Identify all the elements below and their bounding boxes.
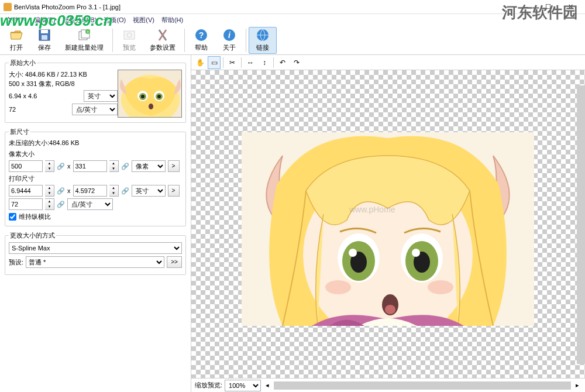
- uncompressed-size: 未压缩的大小:484.86 KB: [9, 139, 182, 147]
- toolbar-separator: [112, 29, 113, 52]
- resolution-unit-select[interactable]: 点/英寸: [67, 198, 113, 210]
- vertical-scrollbar[interactable]: [577, 85, 585, 364]
- svg-point-18: [141, 95, 144, 98]
- flip-v-button[interactable]: ↕: [258, 56, 271, 69]
- watermark-url: www.pc0359.cn: [0, 12, 113, 30]
- svg-point-22: [149, 104, 153, 109]
- new-batch-button[interactable]: + 新建批量处理: [58, 27, 110, 54]
- svg-point-36: [385, 305, 395, 314]
- preset-select[interactable]: 普通 *: [26, 256, 164, 268]
- save-label: 保存: [38, 43, 51, 52]
- svg-point-21: [157, 95, 161, 98]
- about-button[interactable]: i 关于: [215, 27, 243, 54]
- orig-res-unit-select[interactable]: 点/英寸: [72, 104, 118, 115]
- preview-label: 预览: [123, 43, 136, 52]
- resize-method-select[interactable]: S-Spline Max: [9, 242, 182, 254]
- canvas-toolbar-separator: [273, 57, 274, 68]
- keep-aspect-checkbox[interactable]: [9, 213, 16, 221]
- print-width-input[interactable]: [9, 185, 43, 197]
- print-height-input[interactable]: [73, 185, 107, 197]
- flip-h-button[interactable]: ↔: [244, 56, 257, 69]
- rotate-left-icon: ↶: [280, 59, 285, 67]
- content-area: ✋ ▭ ✂ ↔ ↕ ↶ ↷: [191, 55, 585, 392]
- orig-phys-unit-select[interactable]: 英寸: [84, 90, 118, 102]
- preview-button[interactable]: 预览: [115, 27, 143, 54]
- pixel-width-input[interactable]: [9, 160, 43, 172]
- open-button[interactable]: 打开: [2, 27, 30, 54]
- print-unit-select[interactable]: 英寸: [132, 185, 166, 197]
- preview-icon: [122, 28, 136, 42]
- tools-icon: [156, 28, 170, 42]
- app-icon: [4, 3, 12, 11]
- svg-rect-2: [42, 35, 47, 40]
- info-icon: i: [222, 28, 236, 42]
- toolbar-separator: [184, 29, 185, 52]
- zoom-right-arrow[interactable]: ▸: [573, 381, 581, 389]
- menu-view[interactable]: 视图(V): [129, 15, 158, 26]
- pixel-unit-select[interactable]: 像素: [132, 160, 166, 172]
- link-button[interactable]: 链接: [249, 27, 277, 54]
- pixel-size-label: 像素大小: [9, 150, 182, 159]
- link-aspect-icon[interactable]: 🔗: [57, 160, 65, 172]
- menu-help[interactable]: 帮助(H): [158, 15, 187, 26]
- pixel-go-button[interactable]: >: [168, 160, 180, 172]
- new-batch-label: 新建批量处理: [65, 43, 104, 52]
- zoom-left-arrow[interactable]: ◂: [263, 381, 271, 389]
- pixel-height-spinner[interactable]: ▲▼: [109, 160, 119, 172]
- svg-point-34: [428, 280, 453, 294]
- sidebar: 原始大小 大小: 484.86 KB / 22.13 KB 500 x 331 …: [0, 55, 191, 392]
- print-width-spinner[interactable]: ▲▼: [45, 185, 54, 197]
- link-aspect-icon[interactable]: 🔗: [121, 160, 129, 172]
- canvas-toolbar: ✋ ▭ ✂ ↔ ↕ ↶ ↷: [191, 55, 585, 70]
- about-label: 关于: [223, 43, 236, 52]
- thumbnail: [118, 70, 182, 118]
- rotate-left-button[interactable]: ↶: [276, 56, 289, 69]
- print-height-spinner[interactable]: ▲▼: [109, 185, 119, 197]
- pixel-height-input[interactable]: [73, 160, 107, 172]
- new-size-panel: 新尺寸 未压缩的大小:484.86 KB 像素大小 ▲▼ 🔗 x ▲▼ 🔗 像素…: [5, 128, 186, 226]
- image-preview: [242, 132, 534, 326]
- svg-rect-1: [41, 30, 48, 33]
- rotate-right-button[interactable]: ↷: [290, 56, 303, 69]
- canvas-viewport[interactable]: www.pHome: [191, 70, 585, 378]
- save-icon: [37, 28, 51, 42]
- orig-phys-dims: 6.94 x 4.6: [9, 91, 37, 101]
- pan-tool-button[interactable]: ✋: [194, 56, 207, 69]
- bottom-bar: 缩放预览: 100% ◂ ▸: [191, 378, 585, 392]
- horizontal-scrollbar[interactable]: [274, 381, 571, 390]
- original-size-panel: 原始大小 大小: 484.86 KB / 22.13 KB 500 x 331 …: [5, 59, 186, 123]
- pixel-width-spinner[interactable]: ▲▼: [45, 160, 54, 172]
- print-go-button[interactable]: >: [168, 185, 180, 197]
- toolbar-separator: [246, 29, 246, 52]
- link-aspect-icon[interactable]: 🔗: [121, 185, 129, 197]
- marquee-tool-button[interactable]: ▭: [208, 56, 221, 69]
- watermark-site: 河东软件园: [502, 2, 578, 23]
- link-aspect-icon[interactable]: 🔗: [57, 185, 65, 197]
- zoom-select[interactable]: 100%: [225, 380, 261, 391]
- resolution-input[interactable]: [9, 198, 43, 210]
- original-size-legend: 原始大小: [9, 59, 37, 67]
- hand-icon: ✋: [196, 59, 205, 67]
- preset-more-button[interactable]: >>: [167, 256, 182, 268]
- help-icon: ?: [194, 28, 208, 42]
- canvas-watermark: www.pHome: [349, 205, 395, 214]
- resolution-spinner[interactable]: ▲▼: [45, 198, 54, 210]
- keep-aspect-label: 维持纵横比: [19, 212, 51, 221]
- link-aspect-icon[interactable]: 🔗: [57, 198, 65, 210]
- folder-open-icon: [9, 28, 23, 42]
- svg-point-33: [325, 280, 351, 294]
- params-button[interactable]: 参数设置: [143, 27, 182, 54]
- crop-tool-button[interactable]: ✂: [226, 56, 239, 69]
- zoom-label: 缩放预览:: [195, 381, 222, 390]
- rotate-right-icon: ↷: [294, 59, 300, 67]
- main-toolbar: 打开 保存 + 新建批量处理 预览 参数设置 ? 帮助 i 关于: [0, 26, 585, 55]
- help-button[interactable]: ? 帮助: [187, 27, 215, 54]
- flip-h-icon: ↔: [247, 59, 254, 67]
- transparency-checker: www.pHome: [191, 70, 585, 378]
- svg-text:?: ?: [199, 30, 204, 40]
- save-button[interactable]: 保存: [30, 27, 58, 54]
- open-label: 打开: [10, 43, 23, 52]
- orig-resolution: 72: [9, 105, 16, 114]
- link-label: 链接: [256, 43, 269, 52]
- help-label: 帮助: [195, 43, 208, 52]
